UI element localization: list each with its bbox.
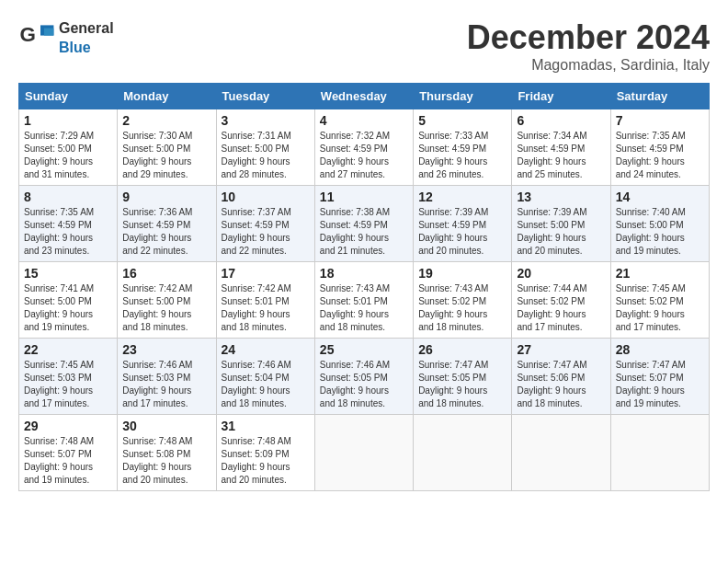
day-info: Sunrise: 7:41 AM Sunset: 5:00 PM Dayligh… (24, 282, 112, 334)
calendar-cell: 27Sunrise: 7:47 AM Sunset: 5:06 PM Dayli… (512, 339, 610, 415)
calendar-cell: 21Sunrise: 7:45 AM Sunset: 5:02 PM Dayli… (610, 262, 709, 339)
logo-text-general: General (59, 20, 114, 36)
day-number: 27 (517, 342, 605, 357)
calendar-cell: 25Sunrise: 7:46 AM Sunset: 5:05 PM Dayli… (314, 339, 413, 415)
day-info: Sunrise: 7:29 AM Sunset: 5:00 PM Dayligh… (24, 130, 112, 181)
day-info: Sunrise: 7:30 AM Sunset: 5:00 PM Dayligh… (122, 130, 210, 181)
calendar-cell: 26Sunrise: 7:47 AM Sunset: 5:05 PM Dayli… (414, 339, 512, 415)
calendar-cell: 8Sunrise: 7:35 AM Sunset: 4:59 PM Daylig… (19, 186, 118, 262)
day-info: Sunrise: 7:45 AM Sunset: 5:02 PM Dayligh… (616, 282, 704, 334)
day-number: 17 (222, 266, 310, 281)
day-number: 24 (222, 342, 310, 357)
calendar-cell: 6Sunrise: 7:34 AM Sunset: 4:59 PM Daylig… (512, 109, 610, 186)
calendar-cell: 7Sunrise: 7:35 AM Sunset: 4:59 PM Daylig… (610, 109, 709, 186)
calendar-cell (610, 415, 709, 491)
calendar-week-row: 1Sunrise: 7:29 AM Sunset: 5:00 PM Daylig… (19, 109, 710, 186)
calendar-cell: 23Sunrise: 7:46 AM Sunset: 5:03 PM Dayli… (118, 339, 216, 415)
calendar-cell: 15Sunrise: 7:41 AM Sunset: 5:00 PM Dayli… (19, 262, 118, 339)
day-info: Sunrise: 7:48 AM Sunset: 5:08 PM Dayligh… (122, 435, 210, 487)
weekday-header: Thursday (414, 84, 512, 109)
month-title: December 2024 (467, 18, 710, 57)
weekday-header: Monday (118, 84, 216, 109)
calendar-cell: 12Sunrise: 7:39 AM Sunset: 4:59 PM Dayli… (414, 186, 512, 262)
calendar-cell: 29Sunrise: 7:48 AM Sunset: 5:07 PM Dayli… (19, 415, 118, 491)
calendar-cell: 2Sunrise: 7:30 AM Sunset: 5:00 PM Daylig… (118, 109, 216, 186)
calendar-table: SundayMondayTuesdayWednesdayThursdayFrid… (18, 83, 710, 491)
day-info: Sunrise: 7:39 AM Sunset: 5:00 PM Dayligh… (517, 206, 605, 258)
calendar-cell: 20Sunrise: 7:44 AM Sunset: 5:02 PM Dayli… (512, 262, 610, 339)
day-number: 14 (616, 190, 704, 204)
calendar-cell: 3Sunrise: 7:31 AM Sunset: 5:00 PM Daylig… (216, 109, 314, 186)
calendar-week-row: 8Sunrise: 7:35 AM Sunset: 4:59 PM Daylig… (19, 186, 710, 262)
svg-marker-2 (44, 29, 53, 36)
day-info: Sunrise: 7:36 AM Sunset: 4:59 PM Dayligh… (122, 206, 210, 258)
calendar-cell: 22Sunrise: 7:45 AM Sunset: 5:03 PM Dayli… (19, 339, 118, 415)
day-number: 16 (122, 266, 210, 281)
day-number: 29 (24, 419, 112, 433)
day-number: 19 (418, 266, 506, 281)
calendar-cell: 14Sunrise: 7:40 AM Sunset: 5:00 PM Dayli… (610, 186, 709, 262)
calendar-cell: 28Sunrise: 7:47 AM Sunset: 5:07 PM Dayli… (610, 339, 709, 415)
day-number: 21 (616, 266, 704, 281)
day-info: Sunrise: 7:42 AM Sunset: 5:01 PM Dayligh… (222, 282, 310, 334)
calendar-cell (314, 415, 413, 491)
weekday-header: Tuesday (216, 84, 314, 109)
calendar-week-row: 15Sunrise: 7:41 AM Sunset: 5:00 PM Dayli… (19, 262, 710, 339)
location: Magomadas, Sardinia, Italy (467, 57, 710, 74)
calendar-cell: 17Sunrise: 7:42 AM Sunset: 5:01 PM Dayli… (216, 262, 314, 339)
day-number: 10 (222, 190, 310, 204)
day-number: 12 (418, 190, 506, 204)
calendar-cell (512, 415, 610, 491)
day-number: 1 (24, 113, 112, 128)
day-number: 25 (320, 342, 408, 357)
calendar-week-row: 22Sunrise: 7:45 AM Sunset: 5:03 PM Dayli… (19, 339, 710, 415)
calendar-week-row: 29Sunrise: 7:48 AM Sunset: 5:07 PM Dayli… (19, 415, 710, 491)
day-info: Sunrise: 7:43 AM Sunset: 5:01 PM Dayligh… (320, 282, 408, 334)
day-number: 11 (320, 190, 408, 204)
calendar-cell: 4Sunrise: 7:32 AM Sunset: 4:59 PM Daylig… (314, 109, 413, 186)
day-number: 2 (122, 113, 210, 128)
page-header: G General Blue December 2024 Magomadas, … (18, 18, 710, 74)
day-number: 20 (517, 266, 605, 281)
weekday-header: Wednesday (314, 84, 413, 109)
day-info: Sunrise: 7:46 AM Sunset: 5:04 PM Dayligh… (222, 359, 310, 410)
calendar-cell: 16Sunrise: 7:42 AM Sunset: 5:00 PM Dayli… (118, 262, 216, 339)
calendar-cell: 9Sunrise: 7:36 AM Sunset: 4:59 PM Daylig… (118, 186, 216, 262)
logo-icon: G (18, 19, 55, 56)
calendar-cell: 10Sunrise: 7:37 AM Sunset: 4:59 PM Dayli… (216, 186, 314, 262)
day-info: Sunrise: 7:35 AM Sunset: 4:59 PM Dayligh… (24, 206, 112, 258)
day-number: 18 (320, 266, 408, 281)
calendar-cell: 31Sunrise: 7:48 AM Sunset: 5:09 PM Dayli… (216, 415, 314, 491)
day-number: 28 (616, 342, 704, 357)
calendar-cell: 18Sunrise: 7:43 AM Sunset: 5:01 PM Dayli… (314, 262, 413, 339)
day-info: Sunrise: 7:43 AM Sunset: 5:02 PM Dayligh… (418, 282, 506, 334)
day-number: 13 (517, 190, 605, 204)
calendar-header-row: SundayMondayTuesdayWednesdayThursdayFrid… (19, 84, 710, 109)
day-number: 9 (122, 190, 210, 204)
calendar-cell: 19Sunrise: 7:43 AM Sunset: 5:02 PM Dayli… (414, 262, 512, 339)
day-info: Sunrise: 7:47 AM Sunset: 5:05 PM Dayligh… (418, 359, 506, 410)
day-number: 15 (24, 266, 112, 281)
logo-text-blue: Blue (59, 40, 91, 55)
svg-text:G: G (20, 23, 36, 46)
day-info: Sunrise: 7:35 AM Sunset: 4:59 PM Dayligh… (616, 130, 704, 181)
calendar-cell: 5Sunrise: 7:33 AM Sunset: 4:59 PM Daylig… (414, 109, 512, 186)
day-info: Sunrise: 7:32 AM Sunset: 4:59 PM Dayligh… (320, 130, 408, 181)
day-number: 3 (222, 113, 310, 128)
day-info: Sunrise: 7:40 AM Sunset: 5:00 PM Dayligh… (616, 206, 704, 258)
title-area: December 2024 Magomadas, Sardinia, Italy (467, 18, 710, 74)
day-info: Sunrise: 7:34 AM Sunset: 4:59 PM Dayligh… (517, 130, 605, 181)
logo: G General Blue (18, 18, 114, 57)
day-info: Sunrise: 7:42 AM Sunset: 5:00 PM Dayligh… (122, 282, 210, 334)
day-number: 30 (122, 419, 210, 433)
day-info: Sunrise: 7:48 AM Sunset: 5:07 PM Dayligh… (24, 435, 112, 487)
day-number: 6 (517, 113, 605, 128)
day-info: Sunrise: 7:44 AM Sunset: 5:02 PM Dayligh… (517, 282, 605, 334)
day-number: 22 (24, 342, 112, 357)
weekday-header: Sunday (19, 84, 118, 109)
day-info: Sunrise: 7:33 AM Sunset: 4:59 PM Dayligh… (418, 130, 506, 181)
day-info: Sunrise: 7:46 AM Sunset: 5:05 PM Dayligh… (320, 359, 408, 410)
calendar-cell (414, 415, 512, 491)
day-info: Sunrise: 7:37 AM Sunset: 4:59 PM Dayligh… (222, 206, 310, 258)
day-info: Sunrise: 7:47 AM Sunset: 5:06 PM Dayligh… (517, 359, 605, 410)
